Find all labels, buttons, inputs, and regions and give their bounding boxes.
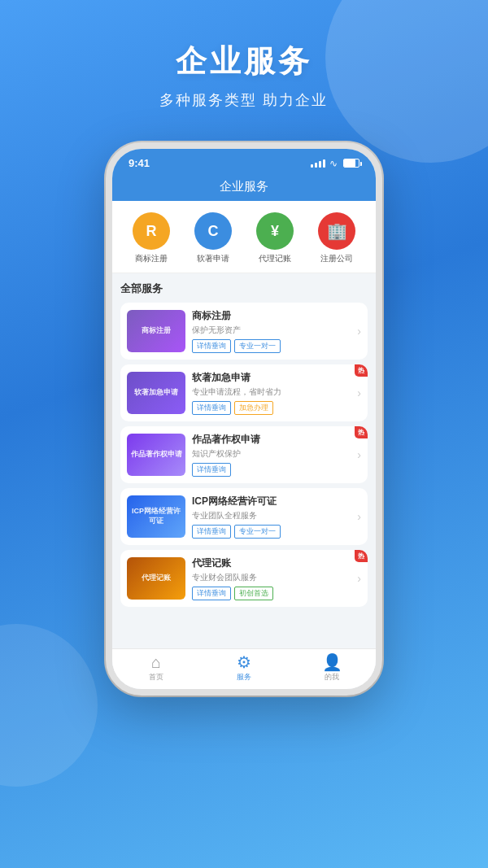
company-label: 注册公司 (320, 253, 353, 264)
tag-detail-icp[interactable]: 详情垂询 (192, 525, 231, 539)
quick-item-company[interactable]: 🏢 注册公司 (318, 212, 355, 264)
service-tags-icp: 详情垂询 专业一对一 (192, 525, 351, 539)
tag-detail[interactable]: 详情垂询 (192, 339, 231, 353)
service-thumb-copyright: 作品著作权申请 (127, 434, 185, 476)
chevron-right-icon: › (357, 325, 361, 338)
service-thumb-icp: ICP网络经营许可证 (127, 495, 185, 538)
hot-badge-copyright: 热 (355, 426, 368, 438)
phone-content: R 商标注册 C 软著申请 ¥ 代理记账 🏢 注册公司 全部服务 (112, 201, 376, 689)
home-icon: ⌂ (151, 654, 161, 670)
service-info-accounting: 代理记账 专业财会团队服务 详情垂询 初创首选 (192, 556, 351, 600)
chevron-right-icon-cp: › (357, 448, 361, 461)
page-subtitle: 多种服务类型 助力企业 (16, 90, 472, 110)
company-icon-circle: 🏢 (318, 212, 355, 250)
chevron-right-icon-acc: › (357, 572, 361, 585)
status-time: 9:41 (129, 157, 150, 169)
service-name-accounting: 代理记账 (192, 556, 351, 570)
signal-icon (311, 159, 325, 168)
tab-services[interactable]: ⚙ 服务 (200, 654, 288, 683)
bottom-tab-bar: ⌂ 首页 ⚙ 服务 👤 的我 (112, 648, 376, 689)
accounting-icon-circle: ¥ (256, 212, 294, 250)
app-navbar-title: 企业服务 (220, 179, 268, 193)
phone-mockup: 9:41 ∿ 企业服务 R (106, 142, 382, 696)
tag-detail-cp[interactable]: 详情垂询 (192, 463, 231, 477)
tag-detail-sw[interactable]: 详情垂询 (192, 401, 231, 415)
service-name-trademark: 商标注册 (192, 309, 351, 323)
trademark-label: 商标注册 (135, 253, 168, 264)
tab-home[interactable]: ⌂ 首页 (112, 654, 200, 683)
tag-urgent[interactable]: 加急办理 (234, 401, 273, 415)
quick-item-software[interactable]: C 软著申请 (194, 212, 232, 264)
tag-pro-icp[interactable]: 专业一对一 (234, 525, 281, 539)
status-bar: 9:41 ∿ (112, 149, 376, 174)
service-tags-copyright: 详情垂询 (192, 463, 351, 477)
service-item-copyright[interactable]: 热 作品著作权申请 作品著作权申请 知识产权保护 详情垂询 › (120, 426, 368, 483)
service-info-copyright: 作品著作权申请 知识产权保护 详情垂询 (192, 433, 351, 477)
quick-icons-row: R 商标注册 C 软著申请 ¥ 代理记账 🏢 注册公司 (112, 201, 376, 273)
tab-mine-label: 的我 (325, 672, 339, 683)
service-thumb-trademark: 商标注册 (127, 310, 185, 352)
hot-badge-software: 热 (355, 364, 368, 377)
service-item-trademark[interactable]: 商标注册 商标注册 保护无形资产 详情垂询 专业一对一 › (120, 303, 368, 360)
bg-decoration-circle-bottom (0, 624, 98, 787)
tab-home-label: 首页 (149, 672, 163, 683)
accounting-quick-label: 代理记账 (259, 253, 291, 264)
mine-icon: 👤 (322, 654, 342, 670)
section-title: 全部服务 (120, 281, 368, 296)
software-icon-circle: C (194, 212, 232, 250)
service-tags-software: 详情垂询 加急办理 (192, 401, 351, 415)
service-desc-software: 专业申请流程，省时省力 (192, 386, 351, 398)
service-info-icp: ICP网络经营许可证 专业团队全程服务 详情垂询 专业一对一 (192, 495, 351, 539)
service-info-trademark: 商标注册 保护无形资产 详情垂询 专业一对一 (192, 309, 351, 353)
trademark-icon-circle: R (133, 212, 170, 250)
page-title: 企业服务 (16, 41, 472, 82)
service-name-copyright: 作品著作权申请 (192, 433, 351, 447)
app-navbar: 企业服务 (112, 174, 376, 201)
service-desc-copyright: 知识产权保护 (192, 448, 351, 460)
top-header: 企业服务 多种服务类型 助力企业 (0, 0, 488, 126)
service-item-software-urgent[interactable]: 热 软著加急申请 软著加急申请 专业申请流程，省时省力 详情垂询 加急办理 (120, 364, 368, 421)
service-desc-accounting: 专业财会团队服务 (192, 572, 351, 583)
service-list: 商标注册 商标注册 保护无形资产 详情垂询 专业一对一 › (120, 303, 368, 607)
services-section: 全部服务 商标注册 商标注册 保护无形资产 详情垂询 专业一对一 (112, 273, 376, 648)
tab-services-label: 服务 (237, 672, 251, 683)
service-info-software: 软著加急申请 专业申请流程，省时省力 详情垂询 加急办理 (192, 371, 351, 415)
service-desc-icp: 专业团队全程服务 (192, 510, 351, 521)
hot-badge-accounting: 热 (355, 550, 368, 562)
service-name-icp: ICP网络经营许可证 (192, 495, 351, 508)
service-thumb-software: 软著加急申请 (127, 372, 185, 414)
software-label: 软著申请 (197, 253, 229, 264)
service-tags-trademark: 详情垂询 专业一对一 (192, 339, 351, 353)
wifi-icon: ∿ (329, 158, 338, 169)
quick-item-trademark[interactable]: R 商标注册 (133, 212, 170, 264)
services-icon: ⚙ (237, 654, 251, 670)
quick-item-accounting[interactable]: ¥ 代理记账 (256, 212, 294, 264)
tag-professional[interactable]: 专业一对一 (234, 339, 281, 353)
battery-icon (343, 159, 359, 168)
tab-mine[interactable]: 👤 的我 (288, 654, 376, 683)
phone-frame: 9:41 ∿ 企业服务 R (106, 142, 382, 696)
status-icons: ∿ (311, 158, 359, 169)
service-name-software: 软著加急申请 (192, 371, 351, 385)
service-item-icp[interactable]: ICP网络经营许可证 ICP网络经营许可证 专业团队全程服务 详情垂询 专业一对… (120, 488, 368, 545)
tag-startup[interactable]: 初创首选 (234, 587, 273, 600)
service-tags-accounting: 详情垂询 初创首选 (192, 587, 351, 600)
tag-detail-acc[interactable]: 详情垂询 (192, 587, 231, 600)
service-thumb-accounting: 代理记账 (127, 557, 185, 600)
chevron-right-icon-sw: › (357, 386, 361, 399)
service-item-accounting[interactable]: 热 代理记账 代理记账 专业财会团队服务 详情垂询 初创首选 › (120, 550, 368, 607)
chevron-right-icon-icp: › (357, 510, 361, 523)
service-desc-trademark: 保护无形资产 (192, 325, 351, 336)
